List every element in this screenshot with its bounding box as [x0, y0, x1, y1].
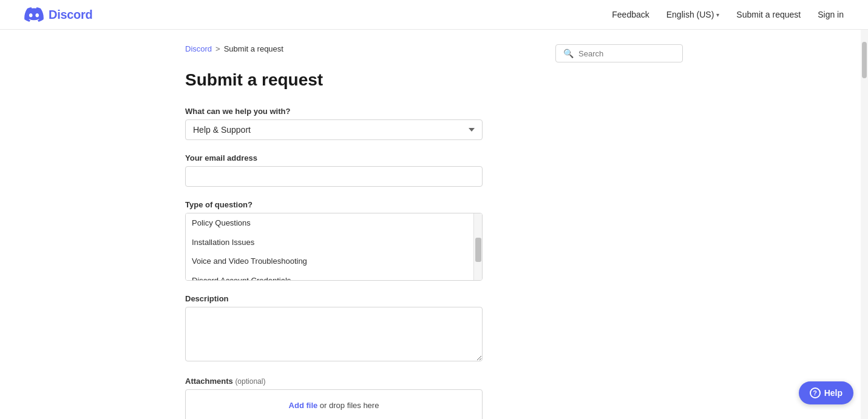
page-scrollbar-thumb — [862, 42, 867, 78]
breadcrumb-current: Submit a request — [224, 44, 283, 53]
chevron-down-icon: ▾ — [716, 12, 719, 18]
language-label: English (US) — [666, 10, 714, 19]
help-icon: ? — [810, 387, 821, 398]
question-type-listbox-container: Policy Questions Installation Issues Voi… — [185, 213, 483, 281]
header-nav: Feedback English (US) ▾ Submit a request… — [612, 10, 844, 19]
attachments-group: Attachments (optional) Add file or drop … — [185, 377, 483, 419]
page-scrollbar[interactable] — [861, 30, 868, 419]
list-item[interactable]: Policy Questions — [186, 213, 473, 233]
help-button[interactable]: ? Help — [799, 381, 853, 404]
description-group: Description — [185, 294, 483, 363]
breadcrumb-home[interactable]: Discord — [185, 44, 212, 53]
email-label: Your email address — [185, 153, 483, 163]
main-content: Discord > Submit a request 🔍 Submit a re… — [161, 30, 707, 419]
discord-logo-icon — [24, 7, 44, 22]
attachment-text: or drop files here — [317, 401, 379, 410]
page-title: Submit a request — [185, 70, 683, 90]
list-item[interactable]: Voice and Video Troubleshooting — [186, 252, 473, 271]
language-selector[interactable]: English (US) ▾ — [666, 10, 720, 19]
help-topic-select[interactable]: Help & Support Billing Trust & Safety Ot… — [185, 119, 483, 140]
question-type-group: Type of question? Policy Questions Insta… — [185, 200, 483, 281]
search-box[interactable]: 🔍 — [555, 44, 683, 62]
attachments-optional-label: (optional) — [235, 377, 265, 386]
question-type-label: Type of question? — [185, 200, 483, 209]
email-group: Your email address — [185, 153, 483, 187]
add-file-link[interactable]: Add file — [289, 401, 318, 410]
help-topic-label: What can we help you with? — [185, 107, 483, 116]
search-container: 🔍 — [555, 44, 683, 62]
question-type-listbox[interactable]: Policy Questions Installation Issues Voi… — [186, 213, 482, 280]
help-button-label: Help — [824, 388, 843, 398]
submit-request-form: What can we help you with? Help & Suppor… — [185, 107, 483, 419]
listbox-scrollbar-thumb — [475, 238, 481, 262]
list-item[interactable]: Installation Issues — [186, 233, 473, 252]
attachment-dropzone[interactable]: Add file or drop files here — [185, 389, 483, 419]
email-input[interactable] — [185, 166, 483, 187]
discord-logo-text: Discord — [49, 8, 92, 22]
description-textarea[interactable] — [185, 307, 483, 361]
sign-in-link[interactable]: Sign in — [818, 10, 844, 19]
feedback-link[interactable]: Feedback — [612, 10, 649, 19]
list-item[interactable]: Discord Account Credentials — [186, 271, 473, 281]
listbox-scrollbar[interactable] — [473, 213, 482, 280]
discord-logo-link[interactable]: Discord — [24, 7, 92, 22]
search-icon: 🔍 — [563, 49, 574, 58]
page-header: Discord Feedback English (US) ▾ Submit a… — [0, 0, 868, 30]
submit-request-link[interactable]: Submit a request — [736, 10, 801, 19]
help-topic-group: What can we help you with? Help & Suppor… — [185, 107, 483, 140]
attachments-label: Attachments (optional) — [185, 377, 483, 386]
search-input[interactable] — [578, 49, 675, 58]
description-label: Description — [185, 294, 483, 303]
breadcrumb-separator: > — [215, 44, 220, 53]
